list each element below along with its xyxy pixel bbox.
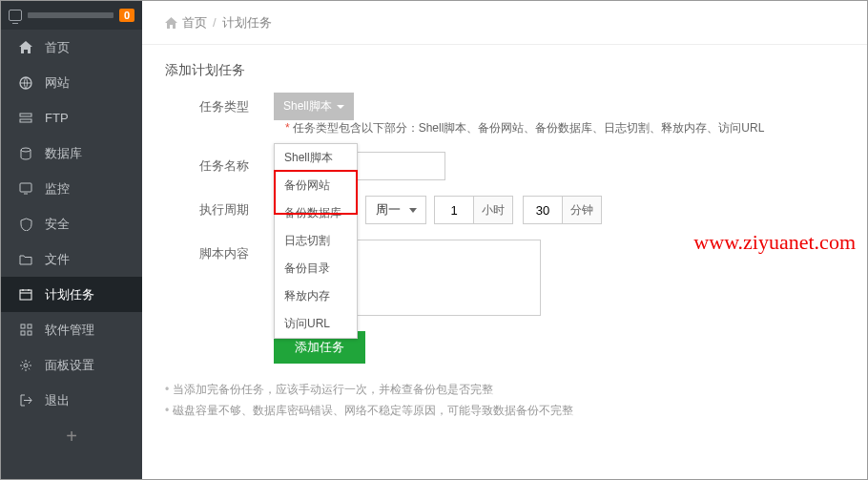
sidebar: 0 首页网站FTP数据库监控安全文件计划任务软件管理面板设置退出 + bbox=[1, 1, 142, 480]
cycle-min-group: 分钟 bbox=[523, 196, 602, 224]
top-progress-bar bbox=[28, 12, 114, 18]
dropdown-option-4[interactable]: 备份目录 bbox=[275, 255, 357, 282]
shield-icon bbox=[18, 218, 33, 231]
breadcrumb-home[interactable]: 首页 bbox=[182, 14, 207, 31]
sidebar-item-label: 退出 bbox=[45, 392, 70, 409]
tip-item-0: 当添加完备份任务，应该手动运行一次，并检查备份包是否完整 bbox=[165, 379, 867, 400]
sidebar-item-5[interactable]: 安全 bbox=[1, 206, 142, 241]
sidebar-item-7[interactable]: 计划任务 bbox=[1, 277, 142, 312]
ftp-icon bbox=[18, 112, 33, 125]
caret-down-icon bbox=[337, 105, 344, 109]
home-icon bbox=[18, 41, 33, 54]
svg-rect-4 bbox=[20, 183, 31, 192]
breadcrumb-separator: / bbox=[213, 15, 217, 30]
cycle-hour-unit: 小时 bbox=[473, 197, 512, 223]
folder-icon bbox=[18, 253, 33, 266]
script-label: 脚本内容 bbox=[199, 240, 274, 262]
breadcrumb: 首页 / 计划任务 bbox=[142, 1, 867, 45]
cycle-min-input[interactable] bbox=[524, 197, 562, 223]
dropdown-option-1[interactable]: 备份网站 bbox=[275, 172, 357, 199]
sidebar-item-6[interactable]: 文件 bbox=[1, 241, 142, 277]
svg-rect-7 bbox=[28, 324, 31, 328]
sidebar-item-label: 计划任务 bbox=[45, 286, 94, 303]
task-name-label: 任务名称 bbox=[199, 152, 274, 175]
svg-rect-9 bbox=[28, 331, 31, 335]
sidebar-item-label: 网站 bbox=[45, 74, 70, 92]
globe-icon bbox=[18, 76, 33, 90]
sidebar-item-2[interactable]: FTP bbox=[1, 100, 142, 136]
sidebar-item-9[interactable]: 面板设置 bbox=[1, 347, 142, 383]
dropdown-option-0[interactable]: Shell脚本 bbox=[275, 144, 357, 172]
grid-icon bbox=[18, 323, 33, 337]
task-type-note: *任务类型包含以下部分：Shell脚本、备份网站、备份数据库、日志切割、释放内存… bbox=[285, 120, 764, 136]
task-type-selected: Shell脚本 bbox=[283, 98, 332, 115]
notification-badge[interactable]: 0 bbox=[119, 9, 134, 22]
svg-rect-5 bbox=[20, 290, 31, 300]
svg-point-3 bbox=[21, 148, 31, 152]
cycle-hour-input[interactable] bbox=[435, 197, 473, 223]
sidebar-item-3[interactable]: 数据库 bbox=[1, 136, 142, 171]
cycle-day-dropdown[interactable]: 周一 bbox=[365, 196, 426, 224]
home-icon bbox=[165, 17, 177, 29]
sidebar-item-8[interactable]: 软件管理 bbox=[1, 312, 142, 347]
breadcrumb-current: 计划任务 bbox=[222, 14, 272, 31]
sidebar-item-label: FTP bbox=[45, 111, 69, 125]
gear-icon bbox=[18, 359, 33, 372]
sidebar-item-label: 数据库 bbox=[45, 145, 82, 162]
cycle-label: 执行周期 bbox=[199, 196, 274, 219]
cycle-hour-group: 小时 bbox=[434, 196, 513, 224]
tip-item-1: 磁盘容量不够、数据库密码错误、网络不稳定等原因，可能导致数据备份不完整 bbox=[165, 400, 867, 421]
calendar-icon bbox=[18, 288, 33, 302]
section-title: 添加计划任务 bbox=[142, 45, 867, 93]
sidebar-item-label: 面板设置 bbox=[45, 357, 94, 374]
sidebar-item-10[interactable]: 退出 bbox=[1, 383, 142, 418]
dropdown-option-3[interactable]: 日志切割 bbox=[275, 227, 357, 255]
sidebar-item-1[interactable]: 网站 bbox=[1, 65, 142, 100]
monitor-icon bbox=[9, 10, 22, 21]
tips-list: 当添加完备份任务，应该手动运行一次，并检查备份包是否完整磁盘容量不够、数据库密码… bbox=[165, 379, 867, 421]
dropdown-option-5[interactable]: 释放内存 bbox=[275, 282, 357, 310]
watermark-text: www.ziyuanet.com bbox=[693, 230, 856, 255]
sidebar-item-label: 首页 bbox=[45, 39, 70, 56]
svg-rect-6 bbox=[21, 324, 25, 328]
monitor-icon bbox=[18, 182, 33, 196]
sidebar-add-button[interactable]: + bbox=[1, 418, 142, 455]
dropdown-option-6[interactable]: 访问URL bbox=[275, 310, 357, 338]
cycle-min-unit: 分钟 bbox=[562, 197, 601, 223]
database-icon bbox=[18, 147, 33, 160]
task-type-dropdown-button[interactable]: Shell脚本 bbox=[274, 93, 354, 120]
task-type-label: 任务类型 bbox=[199, 93, 274, 115]
sidebar-item-4[interactable]: 监控 bbox=[1, 171, 142, 206]
svg-point-10 bbox=[24, 364, 28, 367]
sidebar-top-bar: 0 bbox=[1, 1, 142, 30]
task-type-dropdown-menu: Shell脚本备份网站备份数据库日志切割备份目录释放内存访问URL bbox=[274, 143, 358, 339]
logout-icon bbox=[18, 394, 33, 407]
sidebar-item-label: 安全 bbox=[45, 216, 70, 233]
sidebar-item-label: 软件管理 bbox=[45, 322, 94, 339]
svg-rect-2 bbox=[20, 119, 31, 122]
sidebar-item-label: 监控 bbox=[45, 180, 70, 198]
svg-rect-1 bbox=[20, 114, 31, 116]
sidebar-item-0[interactable]: 首页 bbox=[1, 30, 142, 65]
sidebar-item-label: 文件 bbox=[45, 251, 70, 268]
svg-rect-8 bbox=[21, 331, 25, 335]
form: 任务类型 Shell脚本 *任务类型包含以下部分：Shell脚本、备份网站、备份… bbox=[142, 93, 867, 364]
dropdown-option-2[interactable]: 备份数据库 bbox=[275, 199, 357, 227]
